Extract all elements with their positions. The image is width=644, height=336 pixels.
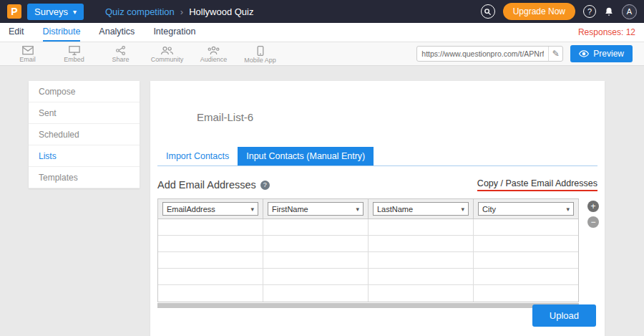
toolbar-item-email[interactable]: Email <box>4 44 51 63</box>
sidebar-item-templates[interactable]: Templates <box>29 167 140 188</box>
selected-column-label: FirstName <box>272 205 308 213</box>
breadcrumb-separator-icon: › <box>180 6 183 17</box>
embed-icon <box>69 46 80 55</box>
toolbar-item-audience[interactable]: Audience <box>190 44 237 63</box>
table-cell[interactable] <box>474 269 578 284</box>
breadcrumb-current: Hollywood Quiz <box>189 6 253 17</box>
search-icon[interactable] <box>481 4 495 19</box>
sidebar-item-compose[interactable]: Compose <box>29 81 140 102</box>
toolbar-item-share[interactable]: Share <box>97 44 144 63</box>
edit-url-pencil-icon[interactable]: ✎ <box>548 47 562 61</box>
upgrade-now-button[interactable]: Upgrade Now <box>503 3 575 20</box>
table-cell[interactable] <box>369 285 474 302</box>
nav-item-edit[interactable]: Edit <box>9 23 24 42</box>
eye-icon <box>579 50 589 57</box>
column-select-first-name[interactable]: FirstName ▾ <box>268 202 364 216</box>
nav-item-integration[interactable]: Integration <box>153 23 195 42</box>
nav-item-distribute[interactable]: Distribute <box>43 23 81 42</box>
preview-label: Preview <box>593 49 624 59</box>
table-cell[interactable] <box>263 219 369 235</box>
preview-button[interactable]: Preview <box>570 45 633 62</box>
header-cell: City ▾ <box>474 199 578 219</box>
toolbar-item-mobile-app[interactable]: Mobile App <box>237 44 283 64</box>
table-row <box>158 285 578 302</box>
topbar: P Surveys ▾ Quiz competition › Hollywood… <box>0 0 644 23</box>
add-email-addresses-label: Add Email Addresses <box>157 179 256 191</box>
column-select-city[interactable]: City ▾ <box>478 202 574 216</box>
table-cell[interactable] <box>474 219 578 235</box>
tab-input-contacts-manual[interactable]: Input Contacts (Manual Entry) <box>238 147 374 165</box>
nav-item-analytics[interactable]: Analytics <box>99 23 135 42</box>
table-cell[interactable] <box>369 236 474 251</box>
page-title: Email-List-6 <box>150 81 605 123</box>
table-cell[interactable] <box>369 269 474 284</box>
sidebar-item-scheduled[interactable]: Scheduled <box>29 124 140 145</box>
column-select-last-name[interactable]: LastName ▾ <box>373 202 469 216</box>
breadcrumb-survey-link[interactable]: Quiz competition <box>105 6 175 17</box>
table-cell[interactable] <box>474 236 578 251</box>
avatar[interactable]: A <box>622 4 637 19</box>
table-cell[interactable] <box>369 219 474 235</box>
toolbar-item-community[interactable]: Community <box>144 44 190 63</box>
notifications-bell-icon[interactable] <box>604 6 614 17</box>
table-cell[interactable] <box>369 252 474 268</box>
survey-url-input[interactable] <box>417 49 548 58</box>
contacts-tabs: Import Contacts Input Contacts (Manual E… <box>157 147 597 166</box>
header-cell: FirstName ▾ <box>263 199 369 219</box>
share-icon <box>115 46 126 55</box>
table-cell[interactable] <box>158 269 263 284</box>
help-icon[interactable]: ? <box>260 181 270 190</box>
remove-row-button[interactable]: − <box>587 216 599 228</box>
table-row <box>158 252 578 269</box>
toolbar-label: Audience <box>200 56 228 63</box>
responses-count: Responses: 12 <box>578 23 635 42</box>
contacts-table: EmailAddress ▾ FirstName ▾ LastName <box>157 198 579 302</box>
contacts-table-header: EmailAddress ▾ FirstName ▾ LastName <box>158 199 578 219</box>
mobile-app-icon <box>257 46 264 56</box>
chevron-down-icon: ▾ <box>73 8 77 16</box>
table-cell[interactable] <box>158 219 263 235</box>
horizontal-scrollbar[interactable] <box>157 303 579 308</box>
survey-nav-tabs: Edit Distribute Analytics Integration Re… <box>0 23 644 42</box>
copy-paste-email-addresses-link[interactable]: Copy / Paste Email Addresses <box>477 178 597 191</box>
selected-column-label: City <box>482 205 496 213</box>
sidebar-item-sent[interactable]: Sent <box>29 102 140 124</box>
table-cell[interactable] <box>263 285 369 302</box>
questionpro-logo[interactable]: P <box>7 4 21 19</box>
upload-button[interactable]: Upload <box>532 304 596 327</box>
add-row-button[interactable]: + <box>587 201 599 212</box>
surveys-menu-button[interactable]: Surveys ▾ <box>27 4 84 20</box>
table-cell[interactable] <box>263 269 369 284</box>
toolbar-item-embed[interactable]: Embed <box>51 44 97 63</box>
list-panel: Email-List-6 Import Contacts Input Conta… <box>150 81 605 336</box>
toolbar-label: Embed <box>64 56 84 63</box>
table-cell[interactable] <box>263 236 369 251</box>
table-cell[interactable] <box>263 252 369 268</box>
selected-column-label: EmailAddress <box>167 205 215 213</box>
table-row <box>158 236 578 252</box>
toolbar-label: Mobile App <box>244 57 276 64</box>
table-cell[interactable] <box>474 252 578 268</box>
surveys-label: Surveys <box>34 6 68 17</box>
email-icon <box>22 46 34 55</box>
help-icon[interactable]: ? <box>583 5 596 18</box>
community-icon <box>161 46 173 55</box>
column-select-email-address[interactable]: EmailAddress ▾ <box>162 202 258 216</box>
tab-import-contacts[interactable]: Import Contacts <box>157 147 238 165</box>
table-cell[interactable] <box>158 252 263 268</box>
chevron-down-icon: ▾ <box>566 206 570 213</box>
table-cell[interactable] <box>158 236 263 251</box>
topbar-right: Upgrade Now ? A <box>481 3 637 20</box>
header-cell: EmailAddress ▾ <box>158 199 263 219</box>
survey-url-box: ✎ <box>416 46 563 62</box>
sidebar-item-lists[interactable]: Lists <box>29 145 140 167</box>
table-cell[interactable] <box>474 285 578 302</box>
header-cell: LastName ▾ <box>369 199 474 219</box>
table-cell[interactable] <box>158 285 263 302</box>
contacts-table-wrap: EmailAddress ▾ FirstName ▾ LastName <box>157 198 579 308</box>
distribute-toolbar: Email Embed Share Community <box>0 42 644 66</box>
email-sidebar: Compose Sent Scheduled Lists Templates <box>29 81 140 188</box>
section-head: Add Email Addresses ? Copy / Paste Email… <box>157 178 597 191</box>
audience-icon <box>208 46 220 55</box>
table-row <box>158 219 578 236</box>
